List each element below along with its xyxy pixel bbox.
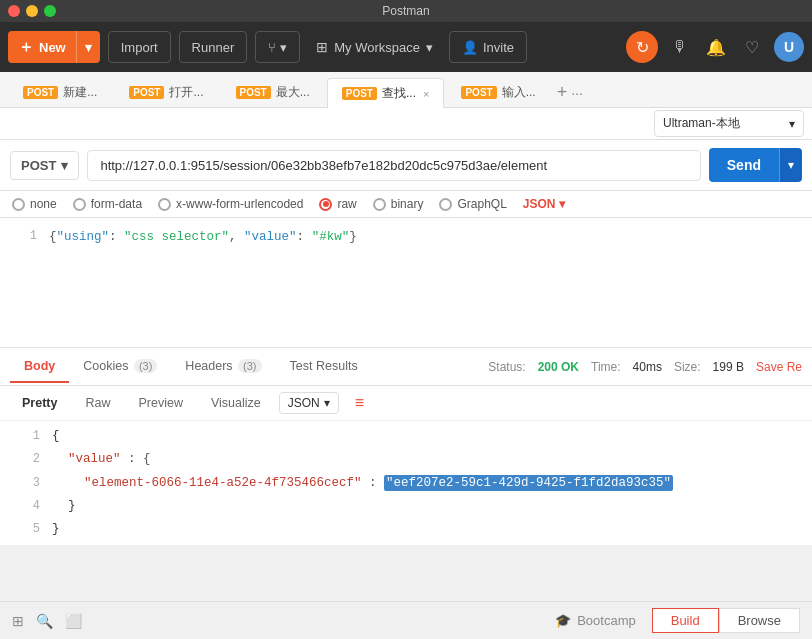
tab-close-4[interactable]: × <box>423 88 429 100</box>
layout-icon[interactable]: ⊞ <box>12 613 24 629</box>
fmt-tab-visualize[interactable]: Visualize <box>201 392 271 414</box>
fork-arrow: ▾ <box>280 40 287 55</box>
wrap-icon[interactable]: ≡ <box>355 394 364 412</box>
cookies-count-badge: (3) <box>134 359 157 373</box>
radio-binary[interactable]: binary <box>373 197 424 211</box>
tab-method-2: POST <box>129 86 164 99</box>
radio-urlencoded[interactable]: x-www-form-urlencoded <box>158 197 303 211</box>
radio-urlencoded-label: x-www-form-urlencoded <box>176 197 303 211</box>
radio-none-dot <box>12 198 25 211</box>
tab-3[interactable]: POST 最大... <box>221 77 325 107</box>
radio-graphql-dot <box>439 198 452 211</box>
bell-icon: 🔔 <box>706 38 726 57</box>
bootcamp-label: Bootcamp <box>577 613 636 628</box>
status-value: 200 OK <box>538 360 579 374</box>
tabs-bar: POST 新建... POST 打开... POST 最大... POST 查找… <box>0 72 812 108</box>
method-dropdown[interactable]: POST ▾ <box>10 151 79 180</box>
radio-none[interactable]: none <box>12 197 57 211</box>
tabs-actions: + ··· <box>557 82 583 107</box>
minimize-window-btn[interactable] <box>26 5 38 17</box>
url-bar: POST ▾ Send ▾ <box>0 140 812 191</box>
response-tab-headers[interactable]: Headers (3) <box>171 351 275 383</box>
new-label: New <box>39 40 66 55</box>
method-label: POST <box>21 158 56 173</box>
request-body-editor[interactable]: 1 {"using": "css selector", "value": "#k… <box>0 218 812 348</box>
send-dropdown-button[interactable]: ▾ <box>779 148 802 182</box>
format-json-label: JSON <box>523 197 556 211</box>
fmt-tab-raw[interactable]: Raw <box>75 392 120 414</box>
radio-raw-label: raw <box>337 197 356 211</box>
runner-button[interactable]: Runner <box>179 31 248 63</box>
fork-button[interactable]: ⑂ ▾ <box>255 31 300 63</box>
tab-2[interactable]: POST 打开... <box>114 77 218 107</box>
radio-graphql[interactable]: GraphQL <box>439 197 506 211</box>
tab-4[interactable]: POST 查找... × <box>327 78 445 108</box>
new-button[interactable]: ＋ New ▾ <box>8 31 100 63</box>
code-line-1: 1 {"using": "css selector", "value": "#k… <box>0 226 812 248</box>
environment-dropdown[interactable]: Ultraman-本地 ▾ <box>654 110 804 137</box>
notification-button[interactable]: 🔔 <box>702 33 730 61</box>
format-json-select[interactable]: JSON ▾ <box>523 197 565 211</box>
build-button[interactable]: Build <box>652 608 719 633</box>
json-key-value: "value" <box>68 452 121 466</box>
new-tab-button[interactable]: + <box>557 82 568 103</box>
new-dropdown-arrow[interactable]: ▾ <box>76 31 100 63</box>
response-format-select[interactable]: JSON ▾ <box>279 392 339 414</box>
mic-button[interactable]: 🎙 <box>666 33 694 61</box>
json-line-4: 4 } <box>0 495 812 518</box>
tab-5[interactable]: POST 输入... <box>446 77 550 107</box>
headers-count-badge: (3) <box>238 359 261 373</box>
tab-label-5: 输入... <box>502 84 536 101</box>
invite-button[interactable]: 👤 Invite <box>449 31 527 63</box>
tab-method-5: POST <box>461 86 496 99</box>
send-main-button[interactable]: Send <box>709 148 779 182</box>
response-tab-body-label: Body <box>24 359 55 373</box>
response-tab-body[interactable]: Body <box>10 351 69 383</box>
json-line-num-4: 4 <box>12 496 40 516</box>
tab-label-3: 最大... <box>276 84 310 101</box>
workspace-button[interactable]: ⊞ My Workspace ▾ <box>308 39 441 55</box>
json-key-element: "element-6066-11e4-a52e-4f735466cecf" <box>84 476 362 490</box>
app-title: Postman <box>382 4 429 18</box>
environment-label: Ultraman-本地 <box>663 115 740 132</box>
response-tab-cookies[interactable]: Cookies (3) <box>69 351 171 383</box>
response-tab-test-results[interactable]: Test Results <box>276 351 372 383</box>
environment-arrow-icon: ▾ <box>789 117 795 131</box>
response-tabs-bar: Body Cookies (3) Headers (3) Test Result… <box>0 348 812 386</box>
search-icon[interactable]: 🔍 <box>36 613 53 629</box>
bootcamp-section[interactable]: 🎓 Bootcamp <box>555 613 636 628</box>
mic-icon: 🎙 <box>672 38 688 56</box>
user-avatar[interactable]: U <box>774 32 804 62</box>
line-number-1: 1 <box>12 227 37 246</box>
radio-graphql-label: GraphQL <box>457 197 506 211</box>
bootcamp-icon: 🎓 <box>555 613 571 628</box>
console-icon[interactable]: ⬜ <box>65 613 82 629</box>
radio-urlencoded-dot <box>158 198 171 211</box>
radio-raw[interactable]: raw <box>319 197 356 211</box>
invite-icon: 👤 <box>462 40 478 55</box>
browse-button[interactable]: Browse <box>719 608 800 633</box>
favorites-button[interactable]: ♡ <box>738 33 766 61</box>
json-line-num-3: 3 <box>12 473 40 493</box>
code-content-1: {"using": "css selector", "value": "#kw"… <box>49 227 357 247</box>
workspace-arrow-icon: ▾ <box>426 40 433 55</box>
build-label: Build <box>671 613 700 628</box>
fork-icon: ⑂ <box>268 40 276 55</box>
tab-1[interactable]: POST 新建... <box>8 77 112 107</box>
import-button[interactable]: Import <box>108 31 171 63</box>
more-tabs-button[interactable]: ··· <box>571 85 583 101</box>
fmt-tab-pretty[interactable]: Pretty <box>12 392 67 414</box>
status-label: Status: <box>488 360 525 374</box>
save-response-button[interactable]: Save Re <box>756 360 802 374</box>
close-window-btn[interactable] <box>8 5 20 17</box>
browse-label: Browse <box>738 613 781 628</box>
json-line-num-2: 2 <box>12 449 40 469</box>
fmt-tab-preview[interactable]: Preview <box>128 392 192 414</box>
environment-bar: Ultraman-本地 ▾ <box>0 108 812 140</box>
url-input[interactable] <box>87 150 700 181</box>
maximize-window-btn[interactable] <box>44 5 56 17</box>
json-line-3: 3 "element-6066-11e4-a52e-4f735466cecf" … <box>0 472 812 495</box>
sync-button[interactable]: ↻ <box>626 31 658 63</box>
radio-form-data[interactable]: form-data <box>73 197 142 211</box>
response-meta: Status: 200 OK Time: 40ms Size: 199 B Sa… <box>488 360 802 374</box>
